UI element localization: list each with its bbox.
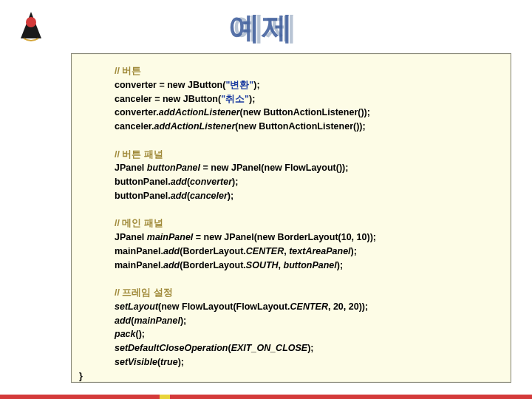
closing-brace: } [79,371,83,381]
code-line: setLayout(new FlowLayout(FlowLayout.CENT… [115,300,497,314]
comment: // 버튼 [115,66,141,76]
bottom-accent-bar [0,395,532,399]
code-line: setDefaultCloseOperation(EXIT_ON_CLOSE); [115,341,497,355]
code-line: pack(); [115,327,497,341]
code-line: canceler = new JButton("취소"); [115,92,497,106]
code-line: buttonPanel.add(canceler); [115,189,497,203]
code-line: mainPanel.add(BorderLayout.CENTER, textA… [115,245,497,259]
code-line: add(mainPanel); [115,314,497,328]
code-line: buttonPanel.add(converter); [115,175,497,189]
code-line: converter.addActionListener(new ButtonAc… [115,106,497,120]
slide-title: 예제 예제 [0,7,532,49]
comment: // 버튼 패널 [115,149,163,160]
code-line: setVisible(true); [115,355,497,369]
comment: // 프레임 설정 [115,287,173,298]
code-line: canceler.addActionListener(new ButtonAct… [115,120,497,134]
code-block: // 버튼 converter = new JButton("변환"); can… [71,53,511,383]
title-text: 예제 [0,7,528,49]
code-line: JPanel buttonPanel = new JPanel(new Flow… [115,161,497,175]
code-line: JPanel mainPanel = new JPanel(new Border… [115,231,497,245]
code-line: mainPanel.add(BorderLayout.SOUTH, button… [115,259,497,273]
code-line: converter = new JButton("변환"); [115,78,497,92]
comment: // 메인 패널 [115,218,163,228]
